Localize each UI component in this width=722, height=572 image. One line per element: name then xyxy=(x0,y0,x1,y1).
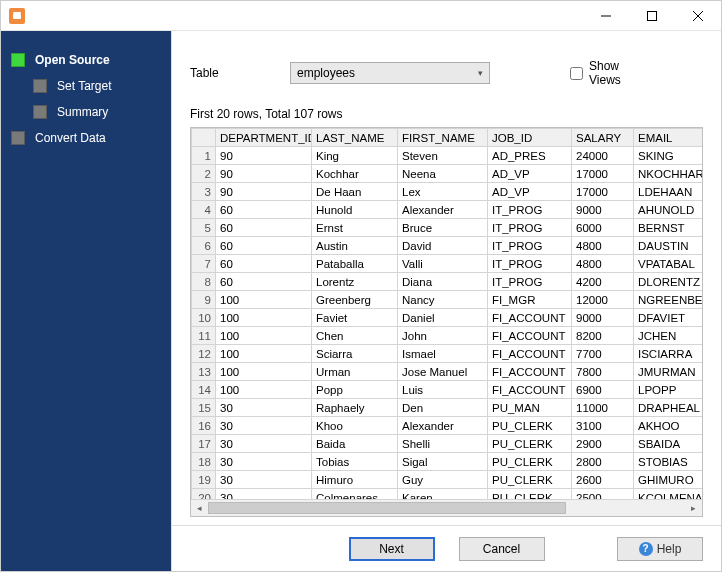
table-row[interactable]: 190KingStevenAD_PRES24000SKING xyxy=(192,147,703,165)
data-cell[interactable]: 100 xyxy=(216,291,312,309)
data-cell[interactable]: 30 xyxy=(216,417,312,435)
rownum-cell[interactable]: 15 xyxy=(192,399,216,417)
data-cell[interactable]: Himuro xyxy=(312,471,398,489)
table-row[interactable]: 290KochharNeenaAD_VP17000NKOCHHAR xyxy=(192,165,703,183)
table-row[interactable]: 14100PoppLuisFI_ACCOUNT6900LPOPP xyxy=(192,381,703,399)
rownum-header[interactable] xyxy=(192,129,216,147)
rownum-cell[interactable]: 7 xyxy=(192,255,216,273)
scroll-right-icon[interactable]: ▸ xyxy=(685,500,702,517)
data-cell[interactable]: 4800 xyxy=(572,255,634,273)
table-dropdown[interactable]: employees ▾ xyxy=(290,62,490,84)
data-cell[interactable]: FI_ACCOUNT xyxy=(488,309,572,327)
data-cell[interactable]: 30 xyxy=(216,489,312,500)
data-cell[interactable]: Alexander xyxy=(398,201,488,219)
data-cell[interactable]: Greenberg xyxy=(312,291,398,309)
data-cell[interactable]: DRAPHEAL xyxy=(634,399,703,417)
table-row[interactable]: 460HunoldAlexanderIT_PROG9000AHUNOLD xyxy=(192,201,703,219)
data-cell[interactable]: FI_ACCOUNT xyxy=(488,327,572,345)
data-cell[interactable]: 90 xyxy=(216,183,312,201)
data-cell[interactable]: Baida xyxy=(312,435,398,453)
table-row[interactable]: 2030ColmenaresKarenPU_CLERK2500KCOLMENA xyxy=(192,489,703,500)
data-cell[interactable]: Hunold xyxy=(312,201,398,219)
rownum-cell[interactable]: 16 xyxy=(192,417,216,435)
table-row[interactable]: 11100ChenJohnFI_ACCOUNT8200JCHEN xyxy=(192,327,703,345)
data-cell[interactable]: IT_PROG xyxy=(488,201,572,219)
data-cell[interactable]: FI_ACCOUNT xyxy=(488,381,572,399)
data-cell[interactable]: 4800 xyxy=(572,237,634,255)
table-row[interactable]: 390De HaanLexAD_VP17000LDEHAAN xyxy=(192,183,703,201)
data-cell[interactable]: David xyxy=(398,237,488,255)
data-cell[interactable]: 30 xyxy=(216,453,312,471)
table-row[interactable]: 1630KhooAlexanderPU_CLERK3100AKHOO xyxy=(192,417,703,435)
data-cell[interactable]: 4200 xyxy=(572,273,634,291)
data-cell[interactable]: STOBIAS xyxy=(634,453,703,471)
horizontal-scrollbar[interactable]: ◂ ▸ xyxy=(191,499,702,516)
data-cell[interactable]: 17000 xyxy=(572,183,634,201)
show-views-checkbox-wrap[interactable]: Show Views xyxy=(570,59,620,87)
data-cell[interactable]: 30 xyxy=(216,435,312,453)
data-cell[interactable]: 2800 xyxy=(572,453,634,471)
data-cell[interactable]: Urman xyxy=(312,363,398,381)
rownum-cell[interactable]: 18 xyxy=(192,453,216,471)
data-cell[interactable]: Shelli xyxy=(398,435,488,453)
data-cell[interactable]: AKHOO xyxy=(634,417,703,435)
table-row[interactable]: 1830TobiasSigalPU_CLERK2800STOBIAS xyxy=(192,453,703,471)
data-cell[interactable]: FI_MGR xyxy=(488,291,572,309)
data-cell[interactable]: DLORENTZ xyxy=(634,273,703,291)
data-cell[interactable]: 24000 xyxy=(572,147,634,165)
data-cell[interactable]: Nancy xyxy=(398,291,488,309)
table-row[interactable]: 12100SciarraIsmaelFI_ACCOUNT7700ISCIARRA xyxy=(192,345,703,363)
data-cell[interactable]: Colmenares xyxy=(312,489,398,500)
rownum-cell[interactable]: 13 xyxy=(192,363,216,381)
data-cell[interactable]: PU_CLERK xyxy=(488,417,572,435)
rownum-cell[interactable]: 17 xyxy=(192,435,216,453)
step-convert-data[interactable]: Convert Data xyxy=(1,125,171,151)
data-cell[interactable]: 30 xyxy=(216,399,312,417)
table-row[interactable]: 1530RaphaelyDenPU_MAN11000DRAPHEAL xyxy=(192,399,703,417)
data-cell[interactable]: NGREENBE xyxy=(634,291,703,309)
data-cell[interactable]: 100 xyxy=(216,309,312,327)
data-cell[interactable]: Steven xyxy=(398,147,488,165)
column-header[interactable]: DEPARTMENT_ID xyxy=(216,129,312,147)
rownum-cell[interactable]: 9 xyxy=(192,291,216,309)
column-header[interactable]: EMAIL xyxy=(634,129,703,147)
data-cell[interactable]: Jose Manuel xyxy=(398,363,488,381)
data-cell[interactable]: Pataballa xyxy=(312,255,398,273)
data-cell[interactable]: 2500 xyxy=(572,489,634,500)
next-button[interactable]: Next xyxy=(349,537,435,561)
data-cell[interactable]: VPATABAL xyxy=(634,255,703,273)
table-row[interactable]: 660AustinDavidIT_PROG4800DAUSTIN xyxy=(192,237,703,255)
table-row[interactable]: 9100GreenbergNancyFI_MGR12000NGREENBE xyxy=(192,291,703,309)
rownum-cell[interactable]: 5 xyxy=(192,219,216,237)
rownum-cell[interactable]: 3 xyxy=(192,183,216,201)
data-cell[interactable]: JCHEN xyxy=(634,327,703,345)
rownum-cell[interactable]: 1 xyxy=(192,147,216,165)
column-header[interactable]: FIRST_NAME xyxy=(398,129,488,147)
data-cell[interactable]: AD_VP xyxy=(488,165,572,183)
data-cell[interactable]: 12000 xyxy=(572,291,634,309)
step-open-source[interactable]: Open Source xyxy=(1,47,171,73)
scroll-track[interactable] xyxy=(208,500,685,516)
data-cell[interactable]: Popp xyxy=(312,381,398,399)
data-cell[interactable]: Ismael xyxy=(398,345,488,363)
data-cell[interactable]: Austin xyxy=(312,237,398,255)
data-cell[interactable]: Diana xyxy=(398,273,488,291)
scroll-left-icon[interactable]: ◂ xyxy=(191,500,208,517)
data-cell[interactable]: DFAVIET xyxy=(634,309,703,327)
data-cell[interactable]: LPOPP xyxy=(634,381,703,399)
data-cell[interactable]: JMURMAN xyxy=(634,363,703,381)
data-cell[interactable]: IT_PROG xyxy=(488,219,572,237)
rownum-cell[interactable]: 20 xyxy=(192,489,216,500)
show-views-checkbox[interactable] xyxy=(570,67,583,80)
data-cell[interactable]: BERNST xyxy=(634,219,703,237)
data-cell[interactable]: FI_ACCOUNT xyxy=(488,345,572,363)
rownum-cell[interactable]: 14 xyxy=(192,381,216,399)
data-cell[interactable]: 8200 xyxy=(572,327,634,345)
column-header[interactable]: LAST_NAME xyxy=(312,129,398,147)
data-cell[interactable]: AD_VP xyxy=(488,183,572,201)
table-row[interactable]: 860LorentzDianaIT_PROG4200DLORENTZ xyxy=(192,273,703,291)
data-cell[interactable]: 90 xyxy=(216,147,312,165)
data-cell[interactable]: Sciarra xyxy=(312,345,398,363)
column-header[interactable]: SALARY xyxy=(572,129,634,147)
data-cell[interactable]: AD_PRES xyxy=(488,147,572,165)
